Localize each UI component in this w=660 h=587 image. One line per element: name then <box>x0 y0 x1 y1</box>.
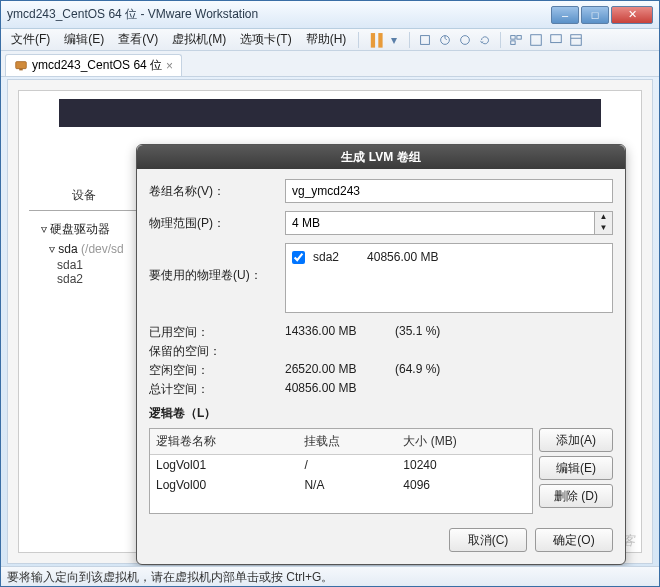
menu-help[interactable]: 帮助(H) <box>300 29 353 50</box>
menu-edit[interactable]: 编辑(E) <box>58 29 110 50</box>
spin-down-icon[interactable]: ▼ <box>595 223 612 234</box>
svg-rect-10 <box>16 61 27 68</box>
snapshot-manager-icon[interactable] <box>456 31 474 49</box>
status-bar: 要将输入定向到该虚拟机，请在虚拟机内部单击或按 Ctrl+G。 <box>1 566 659 586</box>
lv-section-label: 逻辑卷（L） <box>149 405 613 422</box>
device-part-sda1[interactable]: sda1 <box>33 258 135 272</box>
pv-list: sda2 40856.00 MB <box>285 243 613 313</box>
menu-vm[interactable]: 虚拟机(M) <box>166 29 232 50</box>
separator <box>358 32 359 48</box>
used-value: 14336.00 MB <box>285 324 395 341</box>
dialog-title: 生成 LVM 卷组 <box>137 145 625 169</box>
toolbar-icon[interactable] <box>416 31 434 49</box>
device-header: 设备 <box>29 181 139 211</box>
pe-spinner: ▲ ▼ <box>595 211 613 235</box>
free-pct: (64.9 %) <box>395 362 440 379</box>
vm-icon <box>14 59 28 73</box>
lv-add-button[interactable]: 添加(A) <box>539 428 613 452</box>
revert-icon[interactable] <box>476 31 494 49</box>
device-root[interactable]: ▿ 硬盘驱动器 <box>33 219 135 240</box>
lvm-dialog: 生成 LVM 卷组 卷组名称(V)： 物理范围(P)： ▲ ▼ <box>136 144 626 565</box>
close-button[interactable]: ✕ <box>611 6 653 24</box>
device-disk[interactable]: ▿ sda (/dev/sd <box>33 240 135 258</box>
device-part-sda2[interactable]: sda2 <box>33 272 135 286</box>
total-value: 40856.00 MB <box>285 381 395 398</box>
svg-rect-8 <box>571 34 582 45</box>
maximize-button[interactable]: □ <box>581 6 609 24</box>
pv-size: 40856.00 MB <box>367 250 438 264</box>
status-text: 要将输入定向到该虚拟机，请在虚拟机内部单击或按 Ctrl+G。 <box>7 570 333 584</box>
pe-size-input[interactable] <box>285 211 595 235</box>
window-controls: – □ ✕ <box>551 6 653 24</box>
snapshot-icon[interactable] <box>436 31 454 49</box>
svg-rect-4 <box>517 35 521 39</box>
lv-col-size[interactable]: 大小 (MB) <box>397 429 532 455</box>
svg-rect-7 <box>551 34 562 42</box>
svg-rect-5 <box>511 40 515 44</box>
used-label: 已用空间： <box>149 324 285 341</box>
content-area: 设备 ▿ 硬盘驱动器 ▿ sda (/dev/sd sda1 sda2 重设(s… <box>7 79 653 564</box>
lv-buttons: 添加(A) 编辑(E) 删除 (D) <box>539 428 613 514</box>
svg-rect-0 <box>421 35 430 44</box>
lv-col-name[interactable]: 逻辑卷名称 <box>150 429 298 455</box>
device-tree: ▿ 硬盘驱动器 ▿ sda (/dev/sd sda1 sda2 <box>29 211 139 294</box>
pv-item-sda2[interactable]: sda2 40856.00 MB <box>292 250 606 264</box>
dialog-body: 卷组名称(V)： 物理范围(P)： ▲ ▼ 要使用的物理卷(U)： <box>137 169 625 564</box>
installer-header-strip <box>59 99 601 127</box>
pv-label: 要使用的物理卷(U)： <box>149 243 277 284</box>
separator <box>409 32 410 48</box>
app-window: ymcd243_CentOS 64 位 - VMware Workstation… <box>0 0 660 587</box>
free-value: 26520.00 MB <box>285 362 395 379</box>
ok-button[interactable]: 确定(O) <box>535 528 613 552</box>
lv-row[interactable]: LogVol00 N/A 4096 <box>150 475 532 495</box>
svg-rect-11 <box>19 68 23 70</box>
space-summary: 已用空间：14336.00 MB(35.1 %) 保留的空间： 空闲空间：265… <box>149 323 613 399</box>
menu-file[interactable]: 文件(F) <box>5 29 56 50</box>
vg-name-input[interactable] <box>285 179 613 203</box>
device-panel: 设备 ▿ 硬盘驱动器 ▿ sda (/dev/sd sda1 sda2 <box>29 181 139 294</box>
cancel-button[interactable]: 取消(C) <box>449 528 527 552</box>
title-bar: ymcd243_CentOS 64 位 - VMware Workstation… <box>1 1 659 29</box>
menu-view[interactable]: 查看(V) <box>112 29 164 50</box>
menu-bar: 文件(F) 编辑(E) 查看(V) 虚拟机(M) 选项卡(T) 帮助(H) ▐▐… <box>1 29 659 51</box>
lv-edit-button[interactable]: 编辑(E) <box>539 456 613 480</box>
svg-rect-6 <box>531 34 542 45</box>
thumbnail-icon[interactable] <box>507 31 525 49</box>
unity-icon[interactable] <box>567 31 585 49</box>
free-label: 空闲空间： <box>149 362 285 379</box>
view-icon[interactable] <box>527 31 545 49</box>
pv-name: sda2 <box>313 250 339 264</box>
vg-name-label: 卷组名称(V)： <box>149 183 277 200</box>
total-label: 总计空间： <box>149 381 285 398</box>
vm-tab[interactable]: ymcd243_CentOS 64 位 × <box>5 54 182 76</box>
lv-delete-button[interactable]: 删除 (D) <box>539 484 613 508</box>
dialog-footer: 取消(C) 确定(O) <box>149 528 613 552</box>
tab-bar: ymcd243_CentOS 64 位 × <box>1 51 659 77</box>
vm-tab-label: ymcd243_CentOS 64 位 <box>32 57 162 74</box>
fullscreen-icon[interactable] <box>547 31 565 49</box>
reserved-label: 保留的空间： <box>149 343 285 360</box>
pv-checkbox-sda2[interactable] <box>292 251 305 264</box>
used-pct: (35.1 %) <box>395 324 440 341</box>
lv-col-mount[interactable]: 挂载点 <box>298 429 397 455</box>
lv-table: 逻辑卷名称 挂载点 大小 (MB) LogVol01 / 10240 <box>149 428 533 514</box>
svg-point-2 <box>461 35 470 44</box>
tab-close-icon[interactable]: × <box>166 59 173 73</box>
pause-icon[interactable]: ▐▐ <box>365 31 383 49</box>
spin-up-icon[interactable]: ▲ <box>595 212 612 223</box>
lv-row[interactable]: LogVol01 / 10240 <box>150 455 532 476</box>
pe-size-label: 物理范围(P)： <box>149 215 277 232</box>
svg-rect-3 <box>511 35 515 39</box>
minimize-button[interactable]: – <box>551 6 579 24</box>
separator <box>500 32 501 48</box>
dropdown-icon[interactable]: ▾ <box>385 31 403 49</box>
menu-tabs[interactable]: 选项卡(T) <box>234 29 297 50</box>
window-title: ymcd243_CentOS 64 位 - VMware Workstation <box>7 6 551 23</box>
